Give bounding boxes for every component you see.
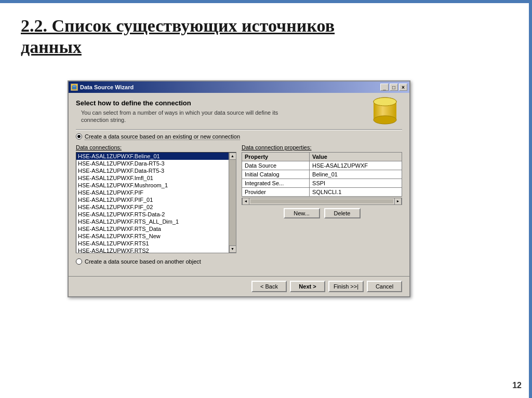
prop-cell: SQLNCLI.1 (310, 187, 402, 196)
listbox-inner[interactable]: HSE-ASAL1ZUPWXF.Beline_01HSE-ASAL1ZUPWXF… (76, 153, 236, 253)
listbox-scrollbar[interactable]: ▲ ▼ (229, 153, 236, 253)
prop-buttons: New... Delete (242, 208, 402, 218)
dialog-footer: < Back Next > Finish >>| Cancel (69, 276, 409, 296)
radio-existing-btn[interactable] (76, 133, 82, 140)
back-button[interactable]: < Back (251, 281, 287, 292)
scroll-down-btn[interactable]: ▼ (229, 245, 236, 253)
radio-another-btn[interactable] (76, 258, 82, 265)
prop-cell: Beline_01 (310, 170, 402, 179)
data-connections-col: Data connections: HSE-ASAL1ZUPWXF.Beline… (76, 144, 236, 253)
close-button[interactable]: × (399, 84, 407, 91)
data-properties-label: Data connection properties: (242, 144, 402, 150)
dialog-header-subtitle: You can select from a number of ways in … (81, 109, 368, 124)
radio-existing-label: Create a data source based on an existin… (85, 133, 240, 140)
slide-number: 12 (512, 381, 522, 390)
connection-item[interactable]: HSE-ASAL1ZUPWXF.PIF (76, 189, 229, 196)
titlebar-left: Data Source Wizard (71, 84, 134, 91)
connection-item[interactable]: HSE-ASAL1ZUPWXF.Dara-RT5-3 (76, 160, 229, 167)
new-button[interactable]: New... (284, 208, 320, 218)
header-separator (76, 129, 402, 130)
connection-item[interactable]: HSE-ASAL1ZUPWXF.Data-RT5-3 (76, 167, 229, 174)
connection-item[interactable]: HSE-ASAL1ZUPWXF.RTS-Data-2 (76, 211, 229, 218)
data-connections-label: Data connections: (76, 144, 236, 150)
properties-hscrollbar[interactable]: ◄ ► (242, 198, 402, 205)
slide-title: 2.2. Список существующих источников данн… (21, 16, 358, 58)
prop-cell: HSE-ASAL1ZUPWXF (310, 161, 402, 170)
dialog-window: Data Source Wizard _ □ × Select how to d… (68, 80, 410, 297)
database-icon (371, 97, 400, 127)
titlebar-buttons: _ □ × (380, 84, 407, 91)
data-connections-listbox[interactable]: HSE-ASAL1ZUPWXF.Beline_01HSE-ASAL1ZUPWXF… (76, 152, 236, 253)
connection-item[interactable]: HSE-ASAL1ZUPWXF.PIF_02 (76, 203, 229, 211)
svg-point-4 (374, 116, 396, 124)
prop-row: ProviderSQLNCLI.1 (242, 187, 402, 196)
connection-item[interactable]: HSE-ASAL1ZUPWXF.RTS2 (76, 247, 229, 253)
connection-item[interactable]: HSE-ASAL1ZUPWXF.RTS_New (76, 232, 229, 240)
hscroll-right-btn[interactable]: ► (394, 198, 402, 205)
connection-item[interactable]: HSE-ASAL1ZUPWXF.Beline_01 (76, 153, 229, 160)
prop-header-value: Value (310, 152, 402, 161)
prop-header-property: Property (242, 152, 310, 161)
prop-cell: Integrated Se... (242, 179, 310, 187)
connection-item[interactable]: HSE-ASAL1ZUPWXF.Imfl_01 (76, 174, 229, 182)
maximize-button[interactable]: □ (390, 84, 398, 91)
radio-another-label: Create a data source based on another ob… (85, 258, 201, 265)
slide: 2.2. Список существующих источников данн… (0, 0, 532, 398)
prop-row: Integrated Se...SSPI (242, 179, 402, 187)
connection-item[interactable]: HSE-ASAL1ZUPWXF.RTS_Data (76, 225, 229, 232)
radio-existing-connection[interactable]: Create a data source based on an existin… (76, 133, 402, 140)
prop-cell: SSPI (310, 179, 402, 187)
dialog-app-icon (71, 84, 78, 91)
radio-another-object[interactable]: Create a data source based on another ob… (76, 258, 402, 265)
minimize-button[interactable]: _ (380, 84, 389, 91)
dialog-title: Data Source Wizard (80, 84, 134, 90)
connection-item[interactable]: HSE-ASAL1ZUPWXF.PIF_01 (76, 196, 229, 203)
svg-point-5 (374, 98, 396, 106)
hscroll-track (250, 199, 393, 203)
prop-cell: Initial Catalog (242, 170, 310, 179)
dialog-header: Select how to define the connection You … (76, 99, 402, 124)
finish-button[interactable]: Finish >>| (328, 281, 364, 292)
svg-point-1 (72, 85, 76, 87)
connection-item[interactable]: HSE-ASAL1ZUPWXF.RTS1 (76, 240, 229, 247)
hscroll-left-btn[interactable]: ◄ (242, 198, 249, 205)
dialog-header-title: Select how to define the connection (76, 99, 368, 107)
connection-item[interactable]: HSE-ASAL1ZUPWXF.Mushroom_1 (76, 182, 229, 189)
scroll-up-btn[interactable]: ▲ (229, 153, 236, 160)
columns-area: Data connections: HSE-ASAL1ZUPWXF.Beline… (76, 144, 402, 253)
properties-table: Property Value Data SourceHSE-ASAL1ZUPWX… (242, 152, 402, 197)
prop-row: Initial CatalogBeline_01 (242, 170, 402, 179)
prop-cell: Provider (242, 187, 310, 196)
dialog-titlebar: Data Source Wizard _ □ × (69, 81, 409, 93)
connection-item[interactable]: HSE-ASAL1ZUPWXF.RTS_ALL_Dim_1 (76, 218, 229, 225)
delete-button[interactable]: Delete (324, 208, 361, 218)
prop-row: Data SourceHSE-ASAL1ZUPWXF (242, 161, 402, 170)
next-button[interactable]: Next > (290, 281, 325, 292)
scroll-track (229, 160, 236, 245)
data-properties-col: Data connection properties: Property Val… (242, 144, 402, 253)
cancel-button[interactable]: Cancel (367, 281, 402, 292)
prop-cell: Data Source (242, 161, 310, 170)
dialog-content: Select how to define the connection You … (69, 93, 409, 276)
